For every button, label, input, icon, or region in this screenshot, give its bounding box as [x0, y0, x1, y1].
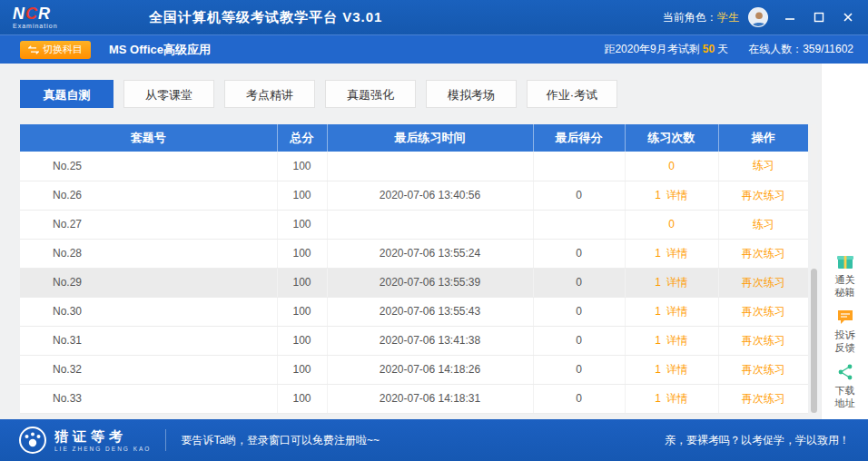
practice-count-value: 1 — [655, 334, 661, 347]
tab-self-test[interactable]: 真题自测 — [20, 80, 113, 108]
total-score-cell: 100 — [277, 239, 327, 268]
set-number-cell: No.30 — [20, 297, 277, 326]
footer-divider — [165, 429, 166, 451]
set-number-cell: No.25 — [20, 152, 277, 181]
table-scrollbar[interactable] — [811, 124, 817, 413]
close-icon — [843, 12, 853, 23]
online-count: 在线人数：359/11602 — [748, 42, 853, 57]
detail-link[interactable]: 详情 — [666, 189, 688, 201]
subbar-right: 距2020年9月考试剩50天 在线人数：359/11602 — [604, 42, 853, 57]
action-cell: 再次练习 — [718, 355, 808, 384]
right-rail: 通关秘籍 投诉反馈 下载地址 — [821, 64, 868, 419]
table-row: No.32 100 2020-07-06 14:18:26 0 1详情 再次练习 — [20, 355, 808, 384]
rail-label: 通关秘籍 — [833, 273, 857, 299]
app-logo: NCR Examination — [13, 5, 149, 29]
detail-link[interactable]: 详情 — [666, 392, 688, 405]
practice-count-cell: 0 — [625, 210, 718, 239]
user-avatar[interactable] — [748, 7, 768, 27]
practice-action-link[interactable]: 再次练习 — [742, 189, 785, 201]
practice-count-cell: 1详情 — [625, 297, 718, 326]
set-number-cell: No.26 — [20, 181, 277, 210]
close-button[interactable] — [841, 10, 855, 25]
action-cell: 再次练习 — [718, 268, 808, 297]
online-label: 在线人数： — [748, 43, 803, 55]
total-score-cell: 100 — [277, 297, 327, 326]
tab-mock-exam[interactable]: 模拟考场 — [426, 80, 517, 108]
practice-count-value: 0 — [668, 218, 675, 230]
last-time-cell: 2020-07-06 13:41:38 — [327, 326, 533, 355]
scrollbar-thumb[interactable] — [811, 269, 817, 413]
titlebar-right: 当前角色：学生 — [663, 7, 855, 27]
rail-label: 下载地址 — [833, 384, 857, 409]
swap-arrows-icon — [28, 45, 39, 54]
online-value: 359/11602 — [803, 43, 853, 55]
countdown-prefix: 距2020年9月考试剩 — [604, 43, 699, 55]
logo-main-text: NCR — [13, 5, 51, 23]
practice-action-link[interactable]: 再次练习 — [742, 247, 785, 260]
practice-action-link[interactable]: 再次练习 — [742, 392, 785, 405]
exam-countdown: 距2020年9月考试剩50天 — [604, 42, 728, 57]
last-time-cell: 2020-07-06 14:18:31 — [327, 384, 533, 413]
gift-box-icon — [836, 252, 854, 270]
practice-action-link[interactable]: 再次练习 — [742, 276, 785, 289]
footer-slogan: 亲，要裸考吗？以考促学，学以致用！ — [665, 433, 850, 448]
rail-item-pass-guide[interactable]: 通关秘籍 — [833, 252, 857, 299]
practice-count-cell: 1详情 — [625, 355, 718, 384]
action-cell: 再次练习 — [718, 181, 808, 210]
practice-action-link[interactable]: 再次练习 — [742, 363, 785, 376]
practice-count-cell: 1详情 — [625, 181, 718, 210]
header-action: 操作 — [718, 124, 808, 152]
current-subject: MS Office高级应用 — [109, 42, 211, 58]
total-score-cell: 100 — [277, 326, 327, 355]
action-cell: 再次练习 — [718, 297, 808, 326]
tab-key-points[interactable]: 考点精讲 — [224, 80, 315, 108]
table-row: No.27 100 0 练习 — [20, 210, 808, 239]
footer-logo: 猎证等考 LIE ZHENG DENG KAO — [18, 426, 151, 455]
last-score-cell: 0 — [533, 239, 625, 268]
maximize-icon — [814, 12, 824, 23]
practice-count-value: 1 — [655, 247, 661, 260]
switch-subject-button[interactable]: 切换科目 — [20, 41, 91, 59]
rail-item-feedback[interactable]: 投诉反馈 — [833, 308, 857, 354]
table-header: 套题号 总分 最后练习时间 最后得分 练习次数 操作 — [20, 124, 808, 152]
table-body: No.25 100 0 练习 No.26 100 2020-07-06 13:4… — [20, 152, 808, 413]
set-number-cell: No.31 — [20, 326, 277, 355]
tab-zero-class[interactable]: 从零课堂 — [123, 80, 214, 108]
minimize-icon — [784, 12, 795, 23]
tab-real-practice[interactable]: 真题强化 — [325, 80, 416, 108]
last-time-cell — [327, 152, 533, 181]
detail-link[interactable]: 详情 — [666, 247, 688, 260]
rail-label: 投诉反馈 — [833, 329, 857, 354]
detail-link[interactable]: 详情 — [666, 363, 688, 376]
titlebar: NCR Examination 全国计算机等级考试教学平台 V3.01 当前角色… — [0, 0, 868, 34]
detail-link[interactable]: 详情 — [666, 305, 688, 318]
total-score-cell: 100 — [277, 210, 327, 239]
footer-logo-text: 猎证等考 LIE ZHENG DENG KAO — [54, 429, 151, 452]
minimize-button[interactable] — [783, 10, 797, 25]
detail-link[interactable]: 详情 — [666, 276, 688, 289]
set-number-cell: No.33 — [20, 384, 277, 413]
last-score-cell: 0 — [533, 326, 625, 355]
action-cell: 练习 — [718, 152, 808, 181]
header-last-score: 最后得分 — [533, 124, 625, 152]
rail-item-download[interactable]: 下载地址 — [833, 363, 857, 409]
tab-homework-exam[interactable]: 作业·考试 — [527, 80, 617, 108]
exam-sets-table: 套题号 总分 最后练习时间 最后得分 练习次数 操作 No.25 100 0 练… — [20, 124, 808, 414]
table-row: No.25 100 0 练习 — [20, 152, 808, 181]
practice-action-link[interactable]: 练习 — [753, 159, 774, 172]
detail-link[interactable]: 详情 — [666, 334, 688, 347]
total-score-cell: 100 — [277, 355, 327, 384]
practice-action-link[interactable]: 再次练习 — [742, 334, 785, 347]
total-score-cell: 100 — [277, 181, 327, 210]
maximize-button[interactable] — [812, 10, 826, 25]
practice-count-value: 1 — [655, 363, 661, 376]
practice-action-link[interactable]: 再次练习 — [742, 305, 785, 318]
logo-text: NCR — [13, 5, 149, 22]
last-time-cell: 2020-07-06 13:55:24 — [327, 239, 533, 268]
action-cell: 练习 — [718, 210, 808, 239]
total-score-cell: 100 — [277, 268, 327, 297]
practice-action-link[interactable]: 练习 — [753, 218, 774, 230]
last-score-cell — [533, 152, 625, 181]
switch-subject-label: 切换科目 — [43, 43, 83, 56]
last-score-cell: 0 — [533, 268, 625, 297]
